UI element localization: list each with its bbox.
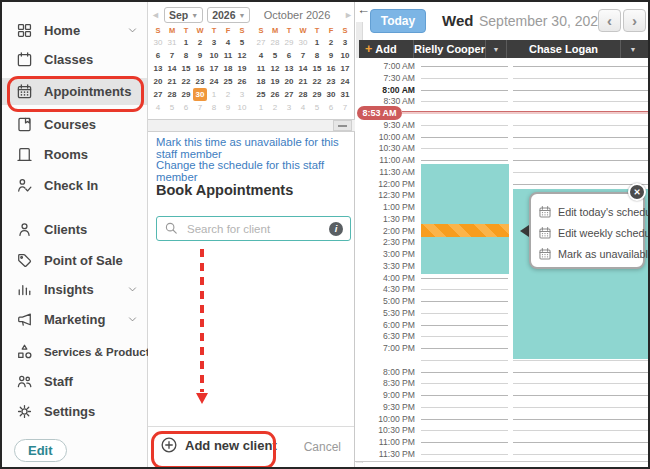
date-cell[interactable]: 7 — [338, 101, 352, 114]
selected-date-cell[interactable]: 30 — [193, 88, 207, 101]
sidebar-item-clients[interactable]: Clients — [2, 216, 147, 243]
date-cell[interactable]: 7 — [165, 49, 179, 62]
add-column-button[interactable]: + Add — [359, 40, 414, 58]
date-cell[interactable]: 24 — [338, 75, 352, 88]
sidebar-item-classes[interactable]: Classes — [2, 46, 147, 73]
date-cell[interactable]: 5 — [235, 36, 249, 49]
date-cell[interactable]: 29 — [179, 88, 193, 101]
date-cell[interactable]: 28 — [268, 36, 282, 49]
date-cell[interactable]: 6 — [179, 101, 193, 114]
date-cell[interactable]: 7 — [193, 101, 207, 114]
date-cell[interactable]: 13 — [282, 62, 296, 75]
date-cell[interactable]: 4 — [151, 101, 165, 114]
date-cell[interactable]: 30 — [151, 36, 165, 49]
next-day-button[interactable]: › — [623, 9, 646, 32]
date-cell[interactable]: 27 — [254, 36, 268, 49]
date-cell[interactable]: 16 — [193, 62, 207, 75]
date-cell[interactable]: 5 — [310, 101, 324, 114]
date-cell[interactable]: 9 — [221, 101, 235, 114]
date-cell[interactable]: 2 — [221, 88, 235, 101]
date-cell[interactable]: 9 — [324, 49, 338, 62]
date-cell[interactable]: 11 — [221, 49, 235, 62]
date-cell[interactable]: 12 — [268, 62, 282, 75]
sidebar-item-settings[interactable]: Settings — [2, 398, 147, 425]
date-cell[interactable]: 1 — [179, 36, 193, 49]
date-cell[interactable]: 26 — [268, 88, 282, 101]
date-cell[interactable]: 19 — [268, 75, 282, 88]
date-cell[interactable]: 30 — [324, 88, 338, 101]
sidebar-item-courses[interactable]: Courses — [2, 111, 147, 138]
date-cell[interactable]: 17 — [338, 62, 352, 75]
date-cell[interactable]: 18 — [221, 62, 235, 75]
menu-item-edit-weekly[interactable]: Edit weekly schedule — [538, 222, 643, 243]
sidebar-item-point-of-sale[interactable]: Point of Sale — [2, 247, 147, 274]
date-cell[interactable]: 6 — [151, 49, 165, 62]
staff-dropdown-chase[interactable]: ▼ — [621, 40, 645, 58]
date-cell[interactable]: 30 — [296, 36, 310, 49]
staff-column-rielly-cooper[interactable]: Rielly Cooper — [414, 40, 486, 58]
date-cell[interactable]: 29 — [282, 36, 296, 49]
today-button[interactable]: Today — [370, 9, 426, 33]
date-cell[interactable]: 26 — [235, 75, 249, 88]
calendar-prev-icon[interactable]: ◄ — [151, 10, 160, 20]
date-cell[interactable]: 23 — [193, 75, 207, 88]
date-cell[interactable]: 19 — [235, 62, 249, 75]
date-cell[interactable]: 12 — [235, 49, 249, 62]
sidebar-item-appointments[interactable]: Appointments — [2, 78, 147, 105]
date-cell[interactable]: 4 — [254, 49, 268, 62]
date-cell[interactable]: 8 — [310, 49, 324, 62]
calendar-next-icon[interactable]: ► — [344, 10, 353, 20]
date-cell[interactable]: 1 — [310, 36, 324, 49]
date-cell[interactable]: 25 — [221, 75, 235, 88]
back-arrow-icon[interactable]: ← — [357, 2, 370, 17]
date-cell[interactable]: 14 — [296, 62, 310, 75]
date-cell[interactable]: 10 — [235, 101, 249, 114]
collapse-handle[interactable] — [333, 120, 352, 131]
date-cell[interactable]: 1 — [254, 101, 268, 114]
close-icon[interactable]: ✕ — [628, 183, 646, 201]
sidebar-item-marketing[interactable]: Marketing — [2, 306, 147, 333]
date-cell[interactable]: 28 — [165, 88, 179, 101]
sidebar-item-rooms[interactable]: Rooms — [2, 141, 147, 168]
sidebar-item-staff[interactable]: Staff — [2, 368, 147, 395]
month-dropdown[interactable]: Sep▼ — [164, 7, 203, 23]
date-cell[interactable]: 8 — [179, 49, 193, 62]
date-cell[interactable]: 16 — [324, 62, 338, 75]
date-cell[interactable]: 23 — [324, 75, 338, 88]
date-cell[interactable]: 1 — [207, 88, 221, 101]
date-cell[interactable]: 11 — [254, 62, 268, 75]
date-cell[interactable]: 10 — [338, 49, 352, 62]
date-cell[interactable]: 22 — [310, 75, 324, 88]
sidebar-item-services-products[interactable]: Services & Products — [2, 338, 147, 365]
year-dropdown[interactable]: 2026▼ — [207, 7, 250, 23]
date-cell[interactable]: 31 — [165, 36, 179, 49]
date-cell[interactable]: 20 — [282, 75, 296, 88]
date-cell[interactable]: 4 — [296, 101, 310, 114]
menu-item-mark-unavailable[interactable]: Mark as unavailable — [538, 243, 643, 264]
date-cell[interactable]: 25 — [254, 88, 268, 101]
sidebar-item-home[interactable]: Home — [2, 17, 147, 44]
date-cell[interactable]: 9 — [193, 49, 207, 62]
highlighted-timeslot-block[interactable] — [421, 224, 509, 237]
change-schedule-link[interactable]: Change the schedule for this staff membe… — [156, 159, 354, 183]
date-cell[interactable]: 15 — [179, 62, 193, 75]
date-cell[interactable]: 20 — [151, 75, 165, 88]
date-cell[interactable]: 5 — [268, 49, 282, 62]
date-cell[interactable]: 31 — [338, 88, 352, 101]
date-cell[interactable]: 28 — [296, 88, 310, 101]
add-new-client-button[interactable]: Add new client — [160, 436, 277, 454]
date-cell[interactable]: 7 — [296, 49, 310, 62]
date-cell[interactable]: 13 — [151, 62, 165, 75]
date-cell[interactable]: 5 — [165, 101, 179, 114]
date-cell[interactable]: 2 — [193, 36, 207, 49]
edit-button[interactable]: Edit — [14, 439, 67, 462]
availability-block-rielly[interactable] — [421, 164, 509, 274]
staff-column-chase-logan[interactable]: Chase Logan — [507, 40, 621, 58]
date-cell[interactable]: 6 — [282, 49, 296, 62]
sidebar-item-check-in[interactable]: Check In — [2, 172, 147, 199]
search-input[interactable] — [185, 222, 323, 236]
date-cell[interactable]: 27 — [282, 88, 296, 101]
date-cell[interactable]: 3 — [207, 36, 221, 49]
sidebar-item-insights[interactable]: Insights — [2, 276, 147, 303]
info-icon[interactable]: i — [329, 222, 343, 236]
